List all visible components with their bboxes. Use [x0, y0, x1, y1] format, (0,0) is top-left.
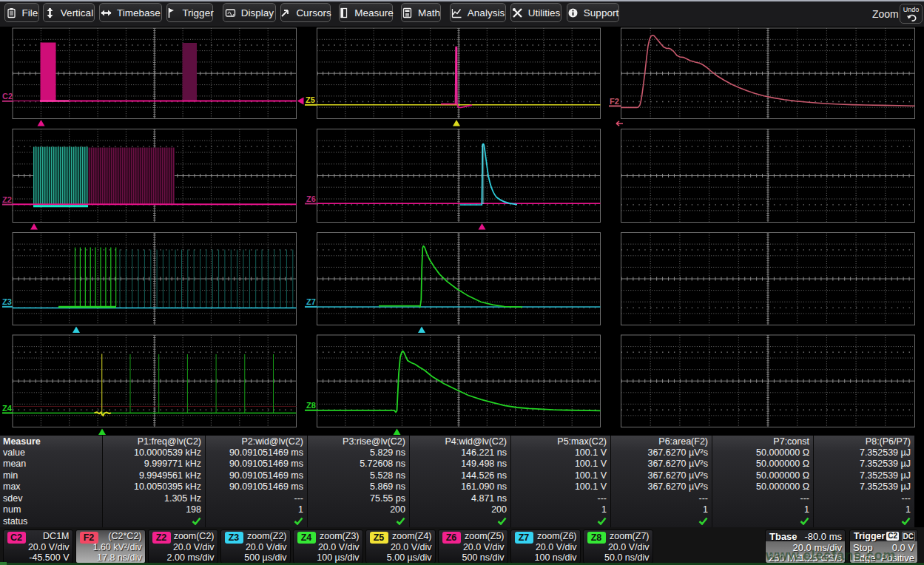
- svg-text:Z7: Z7: [306, 297, 316, 306]
- svg-text:Z2: Z2: [2, 195, 12, 204]
- svg-text:Z8: Z8: [306, 401, 316, 410]
- svg-text:F2: F2: [610, 97, 619, 106]
- svg-text:Z6: Z6: [306, 194, 316, 203]
- svg-text:Z3: Z3: [2, 297, 12, 306]
- svg-text:C2: C2: [2, 92, 13, 101]
- svg-text:Z5: Z5: [306, 95, 315, 104]
- svg-text:Z4: Z4: [2, 404, 13, 413]
